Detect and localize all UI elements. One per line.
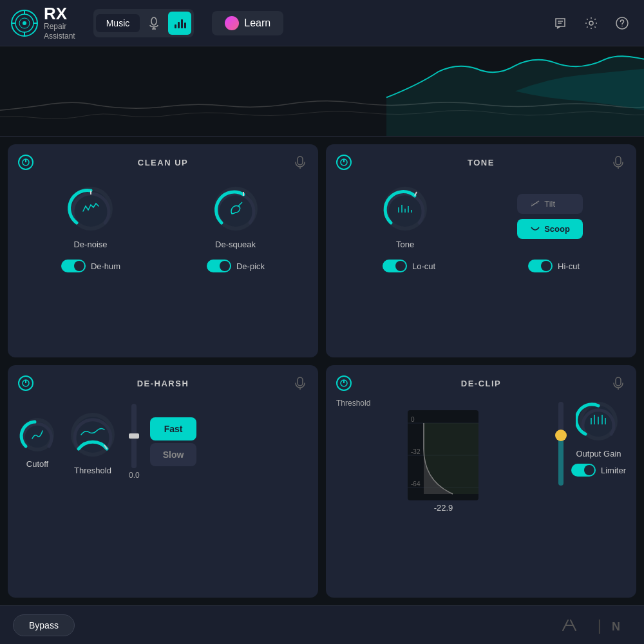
dehum-toggle[interactable] [61,260,86,272]
deharsh-value: 0.0 [129,471,140,480]
scoop-button[interactable]: Scoop [517,219,583,239]
footer: Bypass | N [0,605,644,644]
limiter-toggle-item: Limiter [571,464,626,477]
logo-rx-label: RX [44,5,75,22]
tone-toggles: Lo-cut Hi-cut [336,260,626,272]
locut-toggle-item: Lo-cut [383,260,435,272]
svg-point-19 [621,25,623,26]
stem-mode-button[interactable] [168,12,191,35]
tilt-button[interactable]: Tilt [517,194,583,214]
svg-point-3 [23,21,26,25]
denoise-knob[interactable] [65,183,117,234]
tone-listen-button[interactable] [611,155,626,170]
logo-text: RX Repair Assistant [44,5,75,41]
denoise-knob-container: De-noise [65,183,117,249]
hicut-toggle-item: Hi-cut [528,260,580,272]
svg-rect-14 [184,23,186,28]
declip-power-button[interactable] [336,375,352,391]
native-instruments-logo-icon: N [612,618,631,633]
declip-graph: 0 -32 -64 [408,410,478,500]
desqueak-label: De-squeak [215,240,256,249]
desqueak-knob-container: De-squeak [210,183,261,249]
chat-button[interactable] [549,12,572,35]
svg-rect-12 [178,22,180,28]
rx-logo-icon [10,9,39,37]
tone-knob-container: Tone [379,183,431,249]
cleanup-knobs: De-noise De-squeak [18,178,308,254]
dehum-label: De-hum [91,261,120,271]
declip-content: Threshold 0 -32 -64 [336,399,626,513]
svg-point-25 [73,191,109,227]
svg-point-8 [151,17,156,25]
settings-button[interactable] [580,12,603,35]
svg-text:-32: -32 [411,448,421,455]
cleanup-header: CLEAN UP [18,155,308,170]
deharsh-slider-area: 0.0 [129,404,140,480]
declip-threshold-value: -22.9 [434,503,453,513]
music-mode-button[interactable]: Music [96,14,140,32]
help-button[interactable] [611,12,634,35]
deharsh-content: Cutoff Threshold [18,399,308,485]
declip-graph-area: Threshold 0 -32 -64 [336,399,551,513]
tone-eq-buttons: Tilt Scoop [517,194,583,239]
denoise-label: De-noise [73,240,107,249]
deharsh-title: DE-HARSH [33,379,292,388]
svg-rect-13 [181,19,183,28]
limiter-toggle[interactable] [571,464,596,477]
declip-graph-svg: 0 -32 -64 [408,410,478,500]
declip-slider-track [558,402,564,486]
cleanup-panel: CLEAN UP [8,144,318,357]
declip-listen-button[interactable] [611,375,626,391]
hicut-toggle[interactable] [528,260,553,272]
declip-slider-fill [558,435,564,486]
svg-text:-64: -64 [411,480,421,488]
deharsh-slider-fill [131,436,137,468]
learn-dot-icon [225,16,239,30]
slow-button[interactable]: Slow [150,443,197,466]
locut-toggle[interactable] [383,260,407,272]
tone-header: TONE [336,155,626,170]
tone-title: TONE [352,158,611,167]
cleanup-power-button[interactable] [18,155,33,170]
deharsh-slider-track [131,404,137,468]
mode-buttons: Music [93,9,194,37]
waveform-svg [0,46,644,136]
cleanup-listen-button[interactable] [292,155,308,170]
panels-container: CLEAN UP [0,137,644,605]
tone-content: Tone Tilt Scoop [336,178,626,254]
threshold-knob-label: Threshold [74,466,111,475]
vocal-mode-button[interactable] [142,12,166,35]
output-gain-knob[interactable] [576,399,621,444]
header: RX Repair Assistant Music [0,0,644,46]
tilt-label: Tilt [544,199,555,209]
learn-button[interactable]: Learn [212,11,283,35]
dehum-toggle-item: De-hum [61,260,120,272]
speed-buttons: Fast Slow [150,417,197,466]
output-gain-label: Output Gain [576,449,621,459]
deharsh-listen-button[interactable] [292,375,308,391]
limiter-label: Limiter [601,466,626,475]
svg-rect-11 [175,24,176,28]
declip-title: DE-CLIP [352,379,611,388]
threshold-knob[interactable] [67,409,118,460]
declip-slider-container [558,399,564,489]
tone-knob[interactable] [379,183,431,234]
tone-power-button[interactable] [336,155,352,170]
waveform-area[interactable] [0,46,644,137]
cutoff-knob-container: Cutoff [18,415,57,469]
fast-button[interactable]: Fast [150,417,197,440]
tone-knob-label: Tone [396,240,414,249]
output-gain-area: Output Gain Limiter [571,399,626,477]
depick-toggle[interactable] [207,260,231,272]
declip-header: DE-CLIP [336,375,626,391]
depick-toggle-item: De-pick [207,260,265,272]
declip-slider-handle[interactable] [555,430,567,441]
bypass-button[interactable]: Bypass [13,614,75,636]
svg-text:0: 0 [411,416,415,423]
declip-panel: DE-CLIP Threshold [326,365,636,598]
locut-label: Lo-cut [412,261,435,271]
cutoff-knob[interactable] [18,415,57,454]
deharsh-slider-handle[interactable] [129,433,139,439]
deharsh-power-button[interactable] [18,375,33,391]
desqueak-knob[interactable] [210,183,261,234]
